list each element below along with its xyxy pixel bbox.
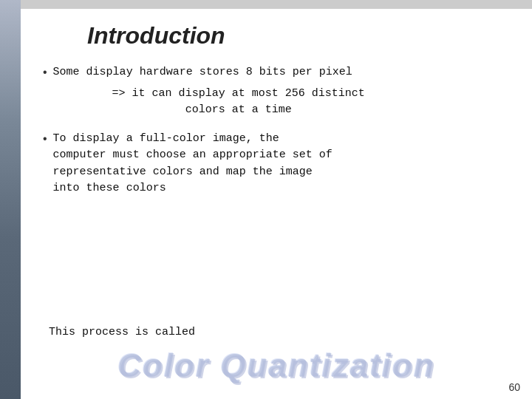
bullet-dot-2: •: [43, 132, 47, 146]
slide-title: Introduction: [87, 22, 510, 50]
bullet-2-line3: representative colors and map the image: [53, 164, 332, 181]
bullet-2-line4: into these colors: [53, 180, 332, 197]
bullet-1-sub: => it can display at most 256 distinct c…: [112, 86, 365, 119]
bullet-dot-1: •: [43, 66, 47, 79]
top-accent-bar: [21, 0, 532, 9]
bullet-1-sub-line1: => it can display at most 256 distinct: [112, 86, 365, 103]
bullet-item-2: • To display a full-color image, the com…: [43, 131, 510, 197]
bullet-1-sub-line2: colors at a time: [112, 102, 365, 119]
bullet-2-content: To display a full-color image, the compu…: [53, 131, 332, 197]
bullet-1-content: Some display hardware stores 8 bits per …: [53, 64, 365, 122]
left-accent-bar: [0, 0, 21, 399]
content-area: Introduction • Some display hardware sto…: [21, 9, 532, 399]
page-number: 60: [508, 381, 520, 393]
bullet-2-line1: To display a full-color image, the: [53, 131, 332, 148]
bullet-1-main: Some display hardware stores 8 bits per …: [53, 64, 365, 81]
bullet-section: • Some display hardware stores 8 bits pe…: [43, 64, 510, 313]
bullet-2-line2: computer must choose an appropriate set …: [53, 147, 332, 164]
color-quantization-title: Color Quantization: [43, 347, 510, 384]
process-label: This process is called: [49, 326, 510, 338]
slide-container: Introduction • Some display hardware sto…: [0, 0, 532, 399]
bullet-item-1: • Some display hardware stores 8 bits pe…: [43, 64, 510, 122]
